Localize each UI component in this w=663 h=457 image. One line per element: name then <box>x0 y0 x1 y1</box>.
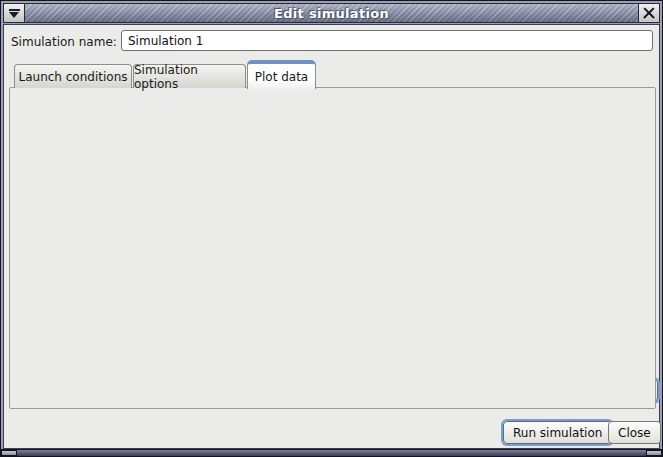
tab-label: Plot data <box>255 70 308 84</box>
plot-data-panel <box>9 87 656 409</box>
close-icon <box>643 7 655 19</box>
window-title: Edit simulation <box>274 6 389 21</box>
window-menu-icon <box>9 9 20 18</box>
tab-plot-data[interactable]: Plot data <box>247 60 316 89</box>
window-menu-button[interactable] <box>3 3 25 23</box>
tab-simulation-options[interactable]: Simulation options <box>133 64 246 88</box>
run-simulation-button[interactable]: Run simulation <box>503 421 612 444</box>
close-button[interactable]: Close <box>608 421 661 444</box>
titlebar: Edit simulation <box>3 3 660 23</box>
tab-label: Simulation options <box>134 63 245 91</box>
simulation-name-label: Simulation name: <box>11 35 117 49</box>
edit-simulation-dialog: Edit simulation Simulation name: Launch … <box>0 0 663 457</box>
tab-label: Launch conditions <box>18 70 127 84</box>
titlebar-background[interactable]: Edit simulation <box>25 3 638 23</box>
window-close-button[interactable] <box>638 3 660 23</box>
tab-launch-conditions[interactable]: Launch conditions <box>14 64 132 88</box>
window-resize-bar[interactable] <box>1 449 662 456</box>
simulation-name-input[interactable] <box>121 30 653 51</box>
